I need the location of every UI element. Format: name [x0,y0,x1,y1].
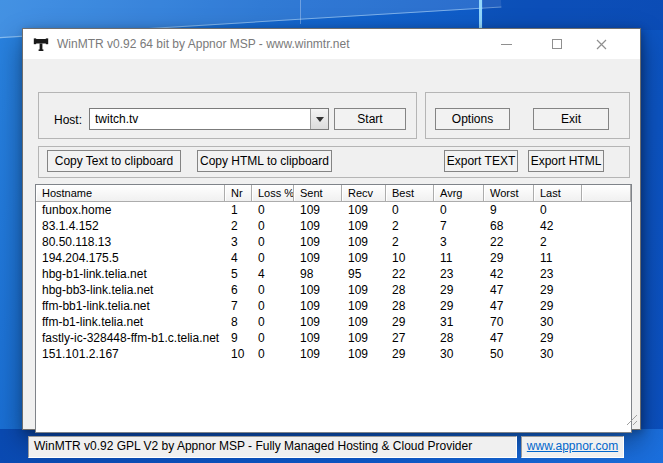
export-text-button[interactable]: Export TEXT [444,150,518,172]
table-cell: 80.50.118.13 [36,234,225,250]
table-cell: 47 [484,330,534,346]
table-cell: 109 [342,234,386,250]
table-cell: 151.101.2.167 [36,346,225,362]
wallpaper-bright-line [479,0,482,30]
table-cell: 109 [342,346,386,362]
table-cell: hbg-bb3-link.telia.net [36,282,225,298]
column-header-nr[interactable]: Nr [225,185,252,202]
table-cell: 29 [434,298,484,314]
table-cell: hbg-b1-link.telia.net [36,266,225,282]
column-header-loss-[interactable]: Loss % [252,185,294,202]
table-cell: 0 [534,202,582,218]
export-html-button[interactable]: Export HTML [528,150,604,172]
table-row[interactable]: ffm-bb1-link.telia.net7010910928294729 [36,298,631,314]
table-row[interactable]: hbg-b1-link.telia.net54989522234223 [36,266,631,282]
table-cell: 0 [386,202,434,218]
table-cell: 23 [534,266,582,282]
table-cell: 22 [386,266,434,282]
minimize-icon [501,44,512,45]
table-cell: fastly-ic-328448-ffm-b1.c.telia.net [36,330,225,346]
table-cell: 27 [386,330,434,346]
table-cell: ffm-b1-link.telia.net [36,314,225,330]
copy-html-button[interactable]: Copy HTML to clipboard [197,150,332,172]
table-cell: 109 [294,282,342,298]
table-cell: 109 [342,250,386,266]
table-cell: 98 [294,266,342,282]
column-header-recv[interactable]: Recv [342,185,386,202]
table-cell: 30 [534,346,582,362]
table-row[interactable]: fastly-ic-328448-ffm-b1.c.telia.net90109… [36,330,631,346]
table-row[interactable]: 151.101.2.16710010910929305030 [36,346,631,362]
start-button[interactable]: Start [334,108,406,130]
table-cell: 0 [252,282,294,298]
table-cell: 0 [252,250,294,266]
table-cell: 47 [484,282,534,298]
table-row[interactable]: 194.204.175.54010910910112911 [36,250,631,266]
table-cell: 28 [386,298,434,314]
table-cell: 31 [434,314,484,330]
client-area: Host: Start Options Exit Copy Text to cl… [23,59,640,429]
table-cell: 22 [484,234,534,250]
table-cell: 109 [294,298,342,314]
options-button[interactable]: Options [435,108,510,130]
column-header-best[interactable]: Best [386,185,434,202]
table-cell: 0 [252,346,294,362]
winmtr-app-icon [33,36,49,52]
copy-text-button[interactable]: Copy Text to clipboard [47,150,181,172]
table-cell: 29 [434,282,484,298]
column-header-avrg[interactable]: Avrg [434,185,484,202]
table-row[interactable]: funbox.home101091090090 [36,202,631,218]
table-cell: 0 [252,202,294,218]
table-cell: ffm-bb1-link.telia.net [36,298,225,314]
table-row[interactable]: hbg-bb3-link.telia.net6010910928294729 [36,282,631,298]
appnor-link[interactable]: www.appnor.com [527,439,618,453]
table-cell: 28 [386,282,434,298]
table-cell: 109 [342,202,386,218]
table-cell: 47 [484,298,534,314]
wallpaper-seam [300,0,301,24]
table-cell: 11 [534,250,582,266]
table-cell: 11 [434,250,484,266]
trace-results-table: HostnameNrLoss %SentRecvBestAvrgWorstLas… [35,184,632,433]
table-cell: 0 [252,218,294,234]
statusbar-label: WinMTR v0.92 GPL V2 by Appnor MSP - Full… [34,439,472,453]
table-cell: 194.204.175.5 [36,250,225,266]
table-cell: 109 [342,218,386,234]
table-cell: 29 [534,330,582,346]
host-input[interactable] [91,110,310,128]
column-header-last[interactable]: Last [534,185,582,202]
table-cell: 0 [252,298,294,314]
host-label: Host: [54,113,82,127]
table-cell: 1 [225,202,252,218]
table-cell: 2 [386,218,434,234]
table-cell: 50 [484,346,534,362]
exit-button[interactable]: Exit [533,108,609,130]
maximize-button[interactable] [534,29,579,59]
titlebar[interactable]: WinMTR v0.92 64 bit by Appnor MSP - www.… [23,29,640,59]
table-cell: 42 [534,218,582,234]
host-dropdown-button[interactable] [310,109,328,129]
table-cell: 29 [534,298,582,314]
table-cell: 10 [386,250,434,266]
table-cell: 6 [225,282,252,298]
table-row[interactable]: 80.50.118.133010910923222 [36,234,631,250]
column-header-hostname[interactable]: Hostname [36,185,225,202]
table-cell: 9 [484,202,534,218]
table-cell: 42 [484,266,534,282]
table-cell: 109 [342,314,386,330]
column-header-sent[interactable]: Sent [294,185,342,202]
table-cell: 109 [294,218,342,234]
table-cell: 9 [225,330,252,346]
table-cell: 7 [225,298,252,314]
column-header-worst[interactable]: Worst [484,185,534,202]
table-row[interactable]: ffm-b1-link.telia.net8010910929317030 [36,314,631,330]
table-cell: 109 [294,346,342,362]
table-cell: 30 [534,314,582,330]
table-cell: 83.1.4.152 [36,218,225,234]
close-button[interactable] [579,29,624,59]
close-icon [596,39,607,50]
table-cell: 30 [434,346,484,362]
table-cell: 70 [484,314,534,330]
table-row[interactable]: 83.1.4.15220109109276842 [36,218,631,234]
minimize-button[interactable] [484,29,529,59]
